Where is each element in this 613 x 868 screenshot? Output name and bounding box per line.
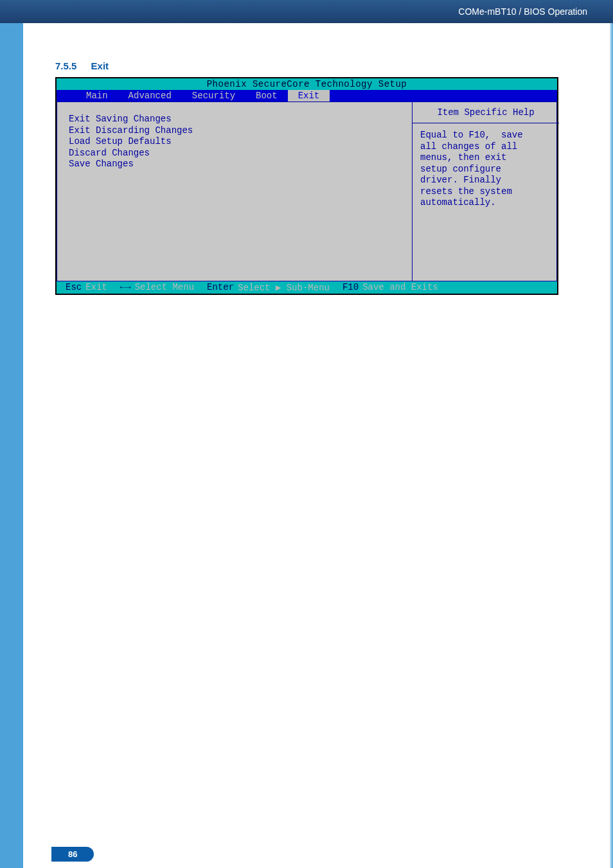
bios-tab-bar: Main Advanced Security Boot Exit xyxy=(57,90,557,102)
bios-footer-bar: Esc Exit ←→ Select Menu Enter Select ▶ S… xyxy=(57,281,557,294)
arrow-icon: ←→ xyxy=(120,282,131,293)
left-side-stripe xyxy=(0,23,23,868)
footer-key-esc: Esc xyxy=(66,282,82,293)
page-number-badge: 86 xyxy=(51,847,94,862)
menu-item-load-defaults[interactable]: Load Setup Defaults xyxy=(69,136,407,148)
section-number: 7.5.5 xyxy=(55,60,76,71)
footer-key-f10: F10 xyxy=(342,282,359,293)
menu-item-discard-changes[interactable]: Discard Changes xyxy=(69,148,407,159)
tab-main[interactable]: Main xyxy=(76,90,118,102)
section-heading: 7.5.5 Exit xyxy=(55,60,109,71)
help-divider xyxy=(413,123,559,123)
footer-label-exit: Exit xyxy=(85,282,107,293)
bios-menu-panel: Exit Saving Changes Exit Discarding Chan… xyxy=(57,102,413,281)
section-title-text: Exit xyxy=(91,60,109,71)
bios-title-bar: Phoenix SecureCore Technology Setup xyxy=(57,78,557,90)
menu-item-exit-discarding[interactable]: Exit Discarding Changes xyxy=(69,125,407,137)
page-header: COMe-mBT10 / BIOS Operation xyxy=(0,0,613,23)
page-footer: 86 xyxy=(0,841,613,868)
bios-window: Phoenix SecureCore Technology Setup Main… xyxy=(55,77,558,295)
right-side-stripe xyxy=(610,23,613,868)
footer-label-select-menu: Select Menu xyxy=(135,282,194,293)
help-body: Equal to F10, save all changes of all me… xyxy=(420,130,551,209)
tab-boot[interactable]: Boot xyxy=(245,90,288,102)
menu-item-save-changes[interactable]: Save Changes xyxy=(69,159,407,170)
tab-advanced[interactable]: Advanced xyxy=(118,90,182,102)
footer-key-enter: Enter xyxy=(207,282,234,293)
help-title: Item Specific Help xyxy=(420,107,551,123)
tab-security[interactable]: Security xyxy=(182,90,245,102)
footer-label-save-exits: Save and Exits xyxy=(362,282,438,293)
tab-exit[interactable]: Exit xyxy=(288,90,330,102)
footer-label-select-submenu: Select ▶ Sub-Menu xyxy=(238,282,330,293)
bios-help-panel: Item Specific Help Equal to F10, save al… xyxy=(413,102,557,281)
bios-body: Exit Saving Changes Exit Discarding Chan… xyxy=(57,102,557,281)
menu-item-exit-saving[interactable]: Exit Saving Changes xyxy=(69,114,407,125)
breadcrumb: COMe-mBT10 / BIOS Operation xyxy=(458,6,587,17)
